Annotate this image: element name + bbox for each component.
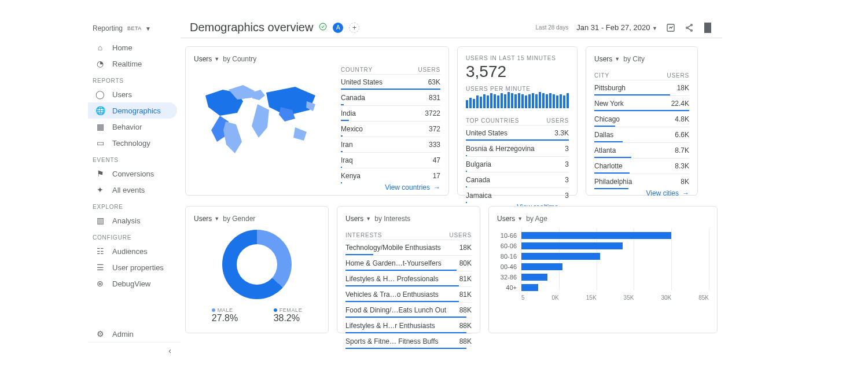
table-row: India3722 [341, 105, 440, 121]
realtime-users-value: 3,572 [466, 62, 569, 81]
sidebar-item-home[interactable]: ⌂Home [88, 39, 177, 56]
users-per-minute-chart [466, 92, 569, 108]
legend-male: MALE27.8% [212, 306, 238, 323]
table-header: CITY [594, 72, 609, 79]
sidebar-item-users[interactable]: ◯Users [88, 86, 177, 102]
table-row: Mexico372 [341, 121, 440, 137]
table-row: Home & Garden…t-Yourselfers80K [345, 255, 472, 271]
svg-point-3 [686, 27, 688, 28]
sidebar-item-label: Users [112, 90, 132, 99]
age-bar-row: 00-46 [497, 263, 709, 270]
home-icon: ⌂ [95, 43, 105, 52]
table-row: Technology/Mobile Enthusiasts18K [345, 240, 472, 255]
reporting-selector[interactable]: Reporting BETA ▼ [88, 24, 181, 39]
age-bar-row: 40+ [497, 284, 709, 291]
sidebar-item-audiences[interactable]: ☷Audiences [88, 243, 177, 259]
flag-icon: ⚑ [95, 169, 105, 178]
sidebar-item-label: Demographics [112, 106, 161, 115]
table-header: USERS [450, 232, 472, 238]
table-row: Lifestyles & H… Professionals81K [345, 271, 472, 286]
table-row: Food & Dining/…Eats Lunch Out88K [345, 302, 472, 318]
sidebar-item-demographics[interactable]: 🌐Demographics [88, 102, 177, 119]
sidebar-item-technology[interactable]: ▭Technology [88, 135, 177, 151]
right-panel-icon[interactable] [703, 23, 713, 33]
props-icon: ☰ [95, 263, 105, 272]
globe-icon: 🌐 [95, 106, 105, 115]
analysis-icon: ▥ [95, 216, 105, 225]
table-row: Kenya17 [341, 168, 440, 183]
svg-rect-5 [704, 23, 711, 33]
chevron-left-icon: ‹ [168, 346, 171, 355]
metric-dropdown[interactable]: Users▼ [345, 215, 371, 223]
view-countries-link[interactable]: View countries → [385, 183, 440, 192]
sidebar-item-label: All events [112, 186, 145, 194]
card-users-by-age: Users▼ by Age 10-6660-0680-1600-4632-864… [488, 206, 718, 333]
sidebar-item-label: User properties [112, 263, 164, 272]
metric-dropdown[interactable]: Users▼ [594, 55, 620, 63]
sidebar-item-behavior[interactable]: ▦Behavior [88, 119, 177, 135]
arrow-right-icon: → [682, 189, 689, 197]
age-bar-row: 80-16 [497, 253, 709, 260]
gender-donut-chart [222, 230, 292, 299]
device-icon: ▭ [95, 138, 105, 148]
age-bar-row: 60-06 [497, 242, 709, 249]
sidebar-item-analysis[interactable]: ▥Analysis [88, 212, 177, 229]
metric-dropdown[interactable]: Users▼ [194, 55, 219, 63]
sidebar-item-debugview[interactable]: ⊛DebugView [88, 275, 177, 292]
view-cities-link[interactable]: View cities → [646, 189, 689, 197]
card-users-by-city: Users▼ by City CITYUSERS Pittsburgh18KNe… [586, 46, 698, 196]
gear-icon: ⚙ [95, 329, 105, 338]
table-header: USERS [418, 67, 440, 73]
metric-dropdown[interactable]: Users▼ [497, 215, 523, 223]
table-header: USERS [547, 117, 569, 124]
arrow-right-icon: → [433, 183, 440, 192]
table-row: Iran333 [341, 137, 440, 152]
sidebar-section-header: REPORTS [88, 72, 181, 86]
dimension-label: by Gender [223, 215, 255, 223]
sidebar-item-user-properties[interactable]: ☰User properties [88, 259, 177, 275]
sidebar-item-realtime[interactable]: ◔Realtime [88, 56, 177, 72]
card-users-by-gender: Users▼ by Gender MALE27.8% FEMALE38.2% [185, 206, 329, 333]
table-row: Canada3 [466, 172, 569, 187]
sidebar-item-label: Home [112, 43, 133, 52]
table-row: Atlanta8.7K [594, 142, 689, 158]
users-per-minute-label: USERS PER MINUTE [466, 86, 569, 92]
avatar[interactable]: A [333, 23, 343, 33]
date-range-picker[interactable]: Jan 31 - Feb 27, 2020 ▼ [576, 23, 657, 32]
sidebar-item-conversions[interactable]: ⚑Conversions [88, 165, 177, 182]
table-row: Philadelphia8K [594, 174, 689, 189]
svg-point-4 [691, 30, 693, 31]
sidebar-item-label: Audiences [112, 247, 148, 256]
age-bar-row: 10-66 [497, 232, 709, 239]
table-row: Pittsburgh18K [594, 80, 689, 95]
metric-dropdown[interactable]: Users▼ [194, 215, 219, 223]
user-icon: ◯ [95, 90, 105, 99]
table-row: New York22.4K [594, 95, 689, 111]
dimension-label: by Interests [374, 215, 410, 223]
table-row: Dallas6.6K [594, 127, 689, 142]
sidebar-item-admin[interactable]: ⚙ Admin [88, 326, 177, 342]
table-row: Chicago4.8K [594, 111, 689, 127]
sidebar-item-all-events[interactable]: ✦All events [88, 182, 177, 198]
spark-icon: ✦ [95, 185, 105, 194]
add-comparison-button[interactable]: + [349, 23, 359, 33]
table-row: United States3.3K [466, 125, 569, 141]
chevron-down-icon: ▼ [145, 25, 151, 32]
insights-icon[interactable] [665, 23, 676, 33]
card-users-by-interests: Users▼ by Interests INTERESTSUSERS Techn… [337, 206, 480, 333]
svg-point-0 [320, 23, 327, 30]
legend-female: FEMALE38.2% [274, 306, 303, 323]
sidebar-section-header: EXPLORE [88, 198, 181, 212]
collapse-sidebar-button[interactable]: ‹ [88, 342, 181, 359]
sidebar-item-label: Technology [112, 139, 150, 148]
dimension-label: by Country [223, 55, 256, 63]
sidebar-section-header: EVENTS [88, 151, 181, 165]
table-row: Canada831 [341, 90, 440, 105]
card-users-by-country: Users▼ by Country [185, 46, 449, 196]
date-range-label: Last 28 days [536, 24, 569, 31]
audience-icon: ☷ [95, 246, 105, 256]
sidebar-item-label: Admin [112, 330, 134, 338]
world-map [194, 63, 333, 183]
share-icon[interactable] [684, 23, 694, 33]
sidebar-item-label: Analysis [112, 216, 140, 225]
